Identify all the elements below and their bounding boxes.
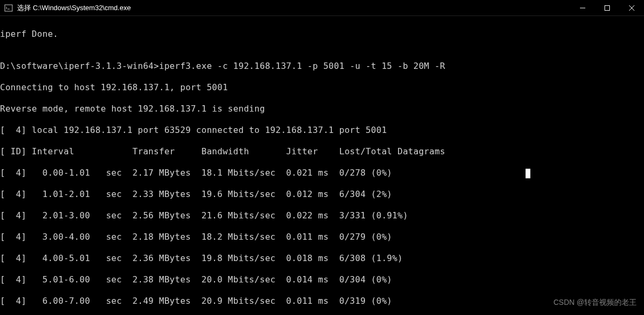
table-row: [ 4] 3.00-4.00 sec 2.18 MBytes 18.2 Mbit… (0, 232, 644, 242)
output-line: Connecting to host 192.168.137.1, port 5… (0, 82, 644, 93)
text-cursor (526, 169, 530, 178)
title-left: 选择 C:\Windows\System32\cmd.exe (0, 3, 131, 13)
table-row: [ 4] 2.01-3.00 sec 2.56 MBytes 21.6 Mbit… (0, 210, 644, 221)
window-controls (570, 0, 644, 16)
svg-rect-0 (5, 5, 12, 11)
window-title: 选择 C:\Windows\System32\cmd.exe (17, 3, 131, 13)
command-line: D:\software\iperf-3.1.3-win64>iperf3.exe… (0, 61, 644, 72)
output-line: iperf Done. (0, 29, 644, 40)
cmd-icon (4, 4, 13, 12)
table-row: [ 4] 1.01-2.01 sec 2.33 MBytes 19.6 Mbit… (0, 189, 644, 200)
window-titlebar: 选择 C:\Windows\System32\cmd.exe (0, 0, 644, 16)
minimize-button[interactable] (570, 0, 595, 16)
table-header: [ ID] Interval Transfer Bandwidth Jitter… (0, 146, 644, 157)
terminal-output[interactable]: iperf Done. D:\software\iperf-3.1.3-win6… (0, 16, 644, 315)
table-row: [ 4] 0.00-1.01 sec 2.17 MBytes 18.1 Mbit… (0, 168, 644, 178)
output-line: [ 4] local 192.168.137.1 port 63529 conn… (0, 125, 644, 136)
table-row: [ 4] 6.00-7.00 sec 2.49 MBytes 20.9 Mbit… (0, 296, 644, 306)
maximize-button[interactable] (595, 0, 619, 16)
table-row: [ 4] 5.01-6.00 sec 2.38 MBytes 20.0 Mbit… (0, 274, 644, 285)
watermark-text: CSDN @转音视频的老王 (553, 298, 637, 308)
svg-rect-3 (605, 5, 610, 10)
output-line: Reverse mode, remote host 192.168.137.1 … (0, 104, 644, 114)
table-row: [ 4] 4.00-5.01 sec 2.36 MBytes 19.8 Mbit… (0, 253, 644, 264)
close-button[interactable] (619, 0, 644, 16)
